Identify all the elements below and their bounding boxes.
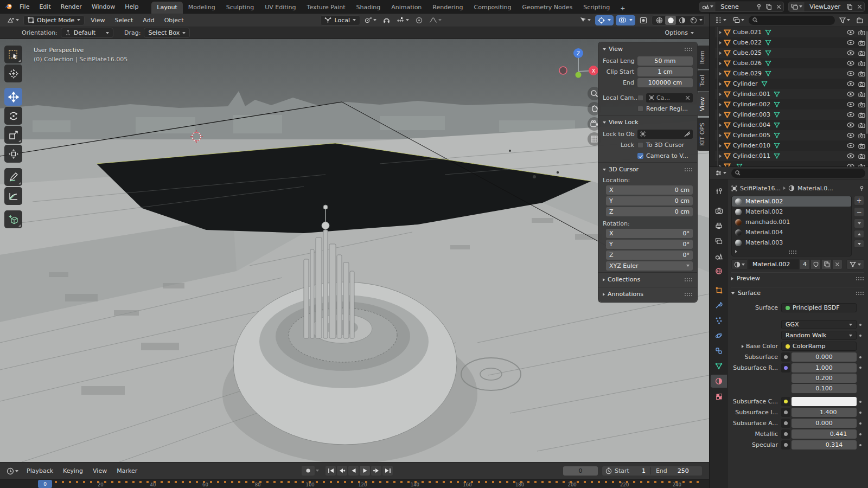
editor-type-dropdown[interactable] [4, 15, 21, 25]
play-button[interactable] [360, 466, 370, 476]
material-slot-row[interactable]: Material.003 [732, 237, 851, 248]
material-slot-row[interactable]: Material.004 [732, 227, 851, 237]
sidebar-tab[interactable]: View [697, 92, 709, 116]
properties-tab-modifiers[interactable] [711, 299, 727, 312]
hide-eye-icon[interactable] [847, 30, 854, 35]
pivot-point-dropdown[interactable] [362, 15, 379, 25]
outliner-object-row[interactable]: Cylinder [715, 79, 868, 89]
expand-icon[interactable] [735, 250, 737, 253]
material-slot-row[interactable]: Material.002 [732, 207, 851, 217]
close-icon[interactable] [774, 2, 783, 11]
transform-orientation-dropdown[interactable]: Local [320, 15, 360, 25]
subsurface-method-dropdown[interactable]: Random Walk [781, 331, 857, 340]
expand-arrow-icon[interactable] [719, 134, 722, 137]
resize-grip[interactable] [788, 250, 797, 254]
disable-render-camera-icon[interactable] [858, 123, 865, 128]
hide-eye-icon[interactable] [847, 50, 854, 55]
options-dropdown[interactable]: Options [663, 28, 696, 38]
properties-tab-material[interactable] [711, 375, 727, 388]
clear-camera-icon[interactable] [685, 95, 690, 100]
properties-editor-type-dropdown[interactable] [713, 168, 729, 178]
object-name[interactable]: Cylinder.002 [733, 101, 770, 108]
menu-item[interactable]: Render [56, 2, 86, 12]
viewport-menu-item[interactable]: Add [139, 15, 158, 25]
shading-wireframe-button[interactable] [654, 16, 665, 25]
subsurface-color-socket[interactable] [781, 397, 790, 406]
proportional-falloff-dropdown[interactable] [427, 15, 444, 25]
scene-icon[interactable] [700, 2, 716, 11]
menu-item[interactable]: Help [120, 2, 143, 12]
workspace-tab[interactable]: Animation [386, 2, 427, 14]
expand-arrow-icon[interactable] [719, 103, 722, 106]
properties-tab-render[interactable] [711, 204, 727, 217]
next-keyframe-button[interactable] [371, 466, 381, 476]
workspace-tab[interactable]: Compositing [469, 2, 517, 14]
outliner-object-row[interactable]: Cube.025 [715, 48, 868, 58]
orientation-setting-dropdown[interactable]: Default [61, 28, 113, 38]
properties-tab-texture[interactable] [711, 390, 727, 403]
panel-drag-grip[interactable] [684, 292, 693, 296]
outliner-search-input[interactable] [749, 16, 835, 25]
proportional-editing-icon[interactable] [413, 15, 425, 25]
subsurface-radius-value-field[interactable]: 0.200 [792, 374, 857, 383]
workspace-tab[interactable]: Geometry Nodes [516, 2, 578, 14]
disable-render-camera-icon[interactable] [858, 30, 865, 35]
clip-end-field[interactable]: 100000 cm [637, 78, 693, 87]
viewport-menu-item[interactable]: View [87, 15, 108, 25]
outliner-object-row[interactable]: Cylinder.004 [715, 120, 868, 130]
surface-panel-header[interactable]: Surface [731, 287, 864, 299]
play-reverse-button[interactable] [348, 466, 359, 476]
breadcrumb-object[interactable]: ScifiPlate16... [740, 185, 781, 192]
timeline-menu-item[interactable]: Marker [113, 466, 141, 476]
hide-eye-icon[interactable] [847, 143, 854, 148]
outliner-display-mode-dropdown[interactable] [731, 15, 746, 25]
focal-length-field[interactable]: 50 mm [637, 56, 693, 66]
shading-solid-button[interactable] [665, 16, 676, 25]
material-slot-row[interactable]: manchado.001 [732, 217, 851, 227]
workspace-tab[interactable]: Sculpting [221, 2, 259, 14]
expand-arrow-icon[interactable] [719, 82, 722, 86]
expand-arrow-icon[interactable] [719, 165, 722, 167]
object-name[interactable]: Cylinder.005 [733, 132, 770, 139]
object-name[interactable]: Cube.026 [733, 60, 762, 67]
properties-tab-scene[interactable] [711, 249, 727, 262]
workspace-tab[interactable]: Scripting [578, 2, 615, 14]
blender-logo-icon[interactable] [3, 2, 14, 11]
hide-eye-icon[interactable] [847, 102, 854, 107]
panel-drag-grip[interactable] [856, 291, 864, 295]
viewlayer-icon[interactable] [789, 2, 805, 11]
subsurface-aniso-slider[interactable]: 0.000 [792, 419, 857, 428]
cursor-location-field[interactable]: Y 0 cm [606, 196, 693, 206]
base-color-button[interactable]: ColorRamp [781, 342, 857, 351]
disable-render-camera-icon[interactable] [858, 71, 865, 76]
hide-eye-icon[interactable] [847, 92, 854, 97]
workspace-tab[interactable]: Texture Paint [302, 2, 351, 14]
annotations-panel-header[interactable]: Annotations [598, 288, 697, 300]
pin-icon[interactable] [859, 185, 864, 191]
cursor-rotation-field[interactable]: X 0° [606, 229, 693, 238]
disable-render-camera-icon[interactable] [858, 143, 865, 149]
navigation-gizmo[interactable]: Z X [553, 43, 603, 93]
cursor-location-field[interactable]: X 0 cm [606, 185, 693, 195]
outliner-object-row[interactable]: Cube.021 [715, 27, 868, 37]
menu-item[interactable]: Edit [35, 2, 55, 12]
hide-eye-icon[interactable] [847, 81, 854, 86]
disable-render-camera-icon[interactable] [858, 102, 865, 107]
expand-arrow-icon[interactable] [719, 72, 722, 75]
distribution-dropdown[interactable]: GGX [781, 320, 857, 329]
cursor-rotation-field[interactable]: Y 0° [606, 240, 693, 249]
preview-panel-header[interactable]: Preview [731, 272, 864, 284]
properties-tab-world[interactable] [711, 265, 727, 278]
properties-tab-output[interactable] [711, 219, 727, 232]
snap-target-dropdown[interactable] [394, 15, 411, 25]
mode-dropdown[interactable]: Object Mode [23, 15, 85, 25]
object-name[interactable]: Cube.022 [733, 39, 762, 46]
subsurface-aniso-socket[interactable] [781, 419, 790, 428]
move-slot-up-button[interactable] [854, 230, 864, 238]
timeline-ruler[interactable]: 20406080100120140160180200220240 0 [0, 479, 709, 488]
expand-arrow-icon[interactable] [719, 41, 722, 44]
hide-eye-icon[interactable] [847, 40, 854, 45]
render-region-checkbox[interactable] [637, 106, 643, 112]
fake-user-shield-icon[interactable] [810, 259, 821, 269]
cursor-tool[interactable] [4, 65, 22, 82]
